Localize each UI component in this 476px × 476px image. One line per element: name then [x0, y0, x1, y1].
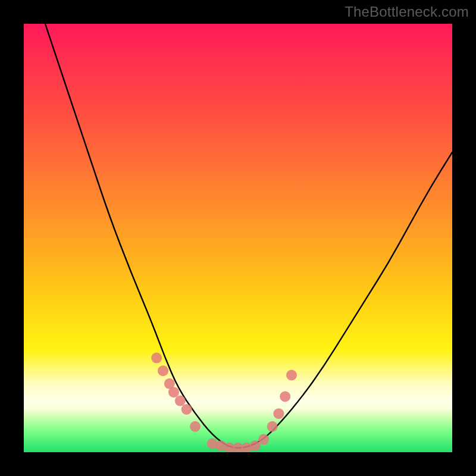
watermark-text: TheBottleneck.com [345, 4, 469, 20]
plot-background-gradient [24, 24, 452, 452]
chart-frame: TheBottleneck.com [0, 0, 476, 476]
